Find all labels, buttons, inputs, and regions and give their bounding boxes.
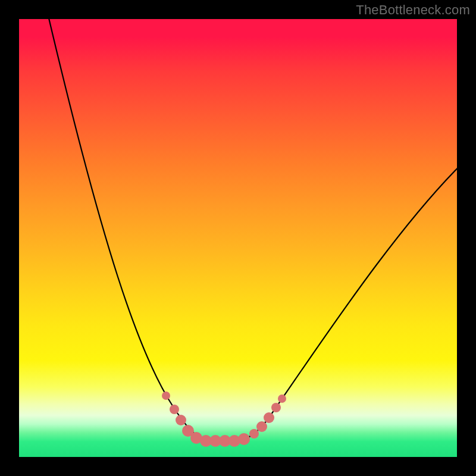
curve-marker [162,392,170,400]
curve-marker [256,421,267,432]
curve-marker [271,403,281,412]
marker-group [162,392,286,447]
curve-path [48,13,471,441]
chart-frame: TheBottleneck.com [0,0,476,476]
curve-marker [278,394,286,403]
curve-marker [264,412,274,423]
watermark-text: TheBottleneck.com [356,2,470,18]
curve-marker [238,433,250,445]
curve-marker [249,429,259,439]
curve-marker [170,405,179,414]
bottleneck-curve-svg [19,19,457,457]
curve-marker [176,415,186,425]
plot-area [19,19,457,457]
